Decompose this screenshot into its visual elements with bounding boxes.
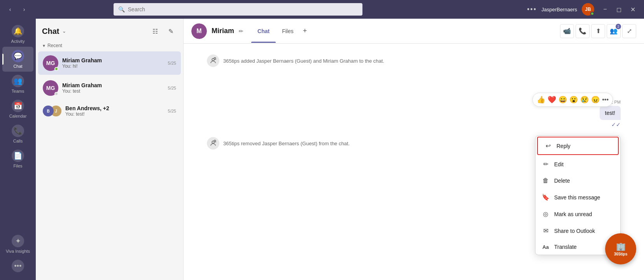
chat-header: M Miriam ✏ Chat Files + 📹 📞 ⬆ 👥2 ⤢ bbox=[184, 19, 644, 44]
chat-item-info-1: Miriam Graham You: test bbox=[62, 82, 164, 94]
contact-name: Miriam bbox=[212, 27, 234, 35]
search-icon: 🔍 bbox=[118, 6, 125, 12]
video-call-button[interactable]: 📹 bbox=[560, 24, 574, 38]
search-bar: 🔍 bbox=[114, 3, 362, 16]
sidebar-item-teams-label: Teams bbox=[12, 89, 24, 93]
chat-item-name-2: Ben Andrews, +2 bbox=[65, 105, 164, 111]
share-screen-button[interactable]: ⬆ bbox=[591, 24, 605, 38]
user-avatar[interactable]: JB bbox=[582, 3, 594, 16]
sidebar-item-files-label: Files bbox=[13, 164, 22, 168]
ctx-reply-label: Reply bbox=[556, 143, 570, 149]
ctx-edit[interactable]: ✏ Edit bbox=[536, 156, 620, 173]
double-avatar-2: B J bbox=[43, 106, 61, 116]
system-icon-0 bbox=[207, 55, 219, 67]
ctx-outlook[interactable]: ✉ Share to Outlook bbox=[536, 222, 620, 239]
reaction-angry[interactable]: 😠 bbox=[591, 95, 600, 104]
chat-item-0[interactable]: MG Miriam Graham You: hi! 5/25 bbox=[38, 51, 181, 75]
title-bar: ‹ › 🔍 ••• JasperBernaers JB − ◻ ✕ bbox=[0, 0, 644, 19]
contact-avatar: M bbox=[191, 23, 207, 39]
chat-list-actions: ☷ ✎ bbox=[149, 25, 177, 37]
system-message-0: 365tips added Jasper Bernaers (Guest) an… bbox=[207, 51, 621, 70]
chat-list-title: Chat bbox=[42, 27, 59, 36]
chat-item-preview-0: You: hi! bbox=[62, 63, 164, 69]
sidebar-item-more[interactable]: ••• bbox=[2, 257, 33, 275]
message-bubble-right: 5/25/2021 4:02 PM test! 👍 ❤️ 😄 😮 😢 😠 •••… bbox=[584, 100, 621, 128]
viva-icon: ✦ bbox=[12, 235, 24, 247]
maximize-button[interactable]: ◻ bbox=[613, 3, 625, 16]
window-controls: − ◻ ✕ bbox=[599, 3, 639, 16]
section-arrow: ▼ bbox=[42, 44, 46, 48]
add-people-button[interactable]: 👥2 bbox=[607, 24, 621, 38]
popout-button[interactable]: ⤢ bbox=[622, 24, 636, 38]
files-icon: 📄 bbox=[12, 150, 24, 162]
status-0 bbox=[54, 67, 58, 71]
active-indicator bbox=[2, 54, 4, 65]
sidebar-item-chat[interactable]: 💬 Chat bbox=[2, 47, 33, 72]
system-icon-1 bbox=[207, 137, 219, 150]
recent-section-label: ▼ Recent bbox=[36, 41, 183, 51]
chat-item-1[interactable]: MG Miriam Graham You: test 5/25 bbox=[38, 76, 181, 100]
chat-title-dropdown[interactable]: ⌄ bbox=[62, 28, 66, 34]
reaction-laugh[interactable]: 😄 bbox=[558, 95, 567, 104]
contact-avatar-img: M bbox=[191, 23, 207, 39]
office-logo: 🏢 bbox=[616, 242, 626, 251]
back-button[interactable]: ‹ bbox=[5, 4, 16, 15]
tab-files[interactable]: Files bbox=[276, 24, 300, 38]
edit-contact-icon[interactable]: ✏ bbox=[239, 28, 243, 34]
save-icon: 🔖 bbox=[542, 194, 550, 201]
sidebar-item-teams[interactable]: 👥 Teams bbox=[2, 72, 33, 97]
sidebar-item-viva[interactable]: ✦ Viva Insights bbox=[2, 232, 33, 257]
status-1 bbox=[54, 92, 58, 96]
forward-button[interactable]: › bbox=[19, 4, 30, 15]
ctx-unread[interactable]: ◎ Mark as unread bbox=[536, 206, 620, 222]
reaction-surprise[interactable]: 😮 bbox=[569, 95, 578, 104]
reaction-more-button[interactable]: ••• bbox=[602, 95, 609, 104]
audio-call-button[interactable]: 📞 bbox=[576, 24, 590, 38]
ctx-translate-label: Translate bbox=[554, 244, 577, 250]
more-dots[interactable]: ••• bbox=[527, 5, 537, 14]
avatar-wrap-0: MG bbox=[43, 55, 58, 71]
filter-button[interactable]: ☷ bbox=[149, 25, 161, 37]
sidebar-item-calls[interactable]: 📞 Calls bbox=[2, 122, 33, 146]
avatar-wrap-2: B J bbox=[43, 106, 61, 116]
chat-item-preview-1: You: test bbox=[62, 88, 164, 94]
tips-badge[interactable]: 🏢 365tips bbox=[605, 233, 636, 264]
ctx-delete[interactable]: 🗑 Delete bbox=[536, 173, 620, 189]
title-right: ••• JasperBernaers JB − ◻ ✕ bbox=[527, 3, 639, 16]
message-bubble: test! bbox=[600, 106, 621, 120]
chat-list-header: Chat ⌄ ☷ ✎ bbox=[36, 19, 183, 41]
unread-icon: ◎ bbox=[542, 210, 550, 218]
close-button[interactable]: ✕ bbox=[627, 3, 639, 16]
search-input[interactable] bbox=[128, 6, 358, 12]
chat-item-name-1: Miriam Graham bbox=[62, 82, 164, 88]
status-dot bbox=[590, 12, 594, 16]
reaction-heart[interactable]: ❤️ bbox=[548, 95, 556, 104]
chat-item-2[interactable]: B J Ben Andrews, +2 You: test! 5/25 bbox=[38, 101, 181, 121]
sidebar-item-calendar[interactable]: 📅 Calendar bbox=[2, 97, 33, 122]
new-chat-button[interactable]: ✎ bbox=[164, 25, 177, 37]
header-actions: 📹 📞 ⬆ 👥2 ⤢ bbox=[560, 24, 636, 38]
minimize-button[interactable]: − bbox=[599, 3, 611, 16]
ctx-save[interactable]: 🔖 Save this message bbox=[536, 189, 620, 206]
icon-sidebar: 🔔 Activity 💬 Chat 👥 Teams 📅 Calendar 📞 C… bbox=[0, 19, 36, 280]
chat-main: M Miriam ✏ Chat Files + 📹 📞 ⬆ 👥2 ⤢ bbox=[184, 19, 644, 280]
add-tab-button[interactable]: + bbox=[300, 24, 310, 38]
ctx-reply[interactable]: ↩ Reply bbox=[537, 137, 619, 155]
teams-icon: 👥 bbox=[12, 75, 24, 87]
chat-tabs: Chat Files + bbox=[251, 24, 310, 38]
reply-icon: ↩ bbox=[544, 142, 552, 150]
ctx-save-label: Save this message bbox=[554, 194, 600, 201]
system-message-text-0: 365tips added Jasper Bernaers (Guest) an… bbox=[223, 58, 384, 64]
avatar-wrap-1: MG bbox=[43, 80, 58, 96]
reaction-sad[interactable]: 😢 bbox=[580, 95, 589, 104]
tips-badge-label: 365tips bbox=[614, 252, 627, 256]
reaction-thumbsup[interactable]: 👍 bbox=[537, 95, 545, 104]
ctx-unread-label: Mark as unread bbox=[554, 211, 592, 217]
tab-chat[interactable]: Chat bbox=[251, 24, 276, 38]
sidebar-item-chat-label: Chat bbox=[13, 64, 22, 69]
sidebar-item-files[interactable]: 📄 Files bbox=[2, 146, 33, 171]
sidebar-item-activity[interactable]: 🔔 Activity bbox=[2, 22, 33, 47]
calendar-icon: 📅 bbox=[12, 100, 24, 112]
outlook-icon: ✉ bbox=[542, 227, 550, 234]
reaction-bar: 👍 ❤️ 😄 😮 😢 😠 ••• bbox=[532, 93, 613, 107]
